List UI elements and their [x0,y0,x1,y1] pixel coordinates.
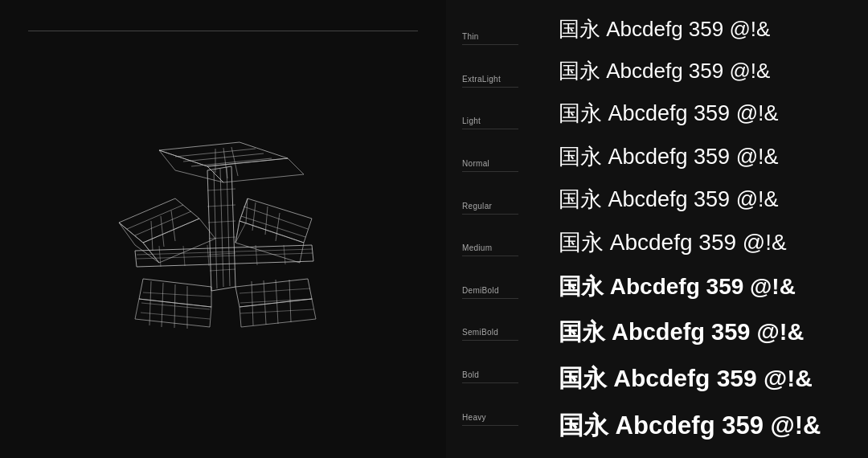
weight-name: Light [462,117,526,125]
weight-item-extralight: ExtraLight [462,75,526,88]
svg-marker-17 [240,198,312,243]
weight-name: Medium [462,243,526,252]
weight-divider [462,256,518,256]
sample-thin: 国永 Abcdefg 359 @!& [559,15,852,43]
weight-name: DemiBold [462,286,526,295]
svg-line-14 [151,221,153,251]
weight-divider [462,87,518,88]
weight-item-semibold: SemiBold [462,328,526,341]
weight-item-bold: Bold [462,370,526,383]
sample-light: 国永 Abcdefg 359 @!& [559,99,852,128]
svg-line-48 [276,280,278,324]
weight-divider [462,214,518,215]
sample-extralight: 国永 Abcdefg 359 @!& [559,57,852,85]
weight-divider [462,425,518,426]
weight-name: ExtraLight [462,75,526,84]
svg-line-16 [171,211,175,241]
svg-line-27 [220,169,223,287]
weight-item-thin: Thin [462,32,526,45]
svg-line-49 [289,280,291,322]
svg-marker-18 [235,221,304,263]
weight-divider [462,382,518,383]
svg-line-50 [240,288,310,293]
sample-bold: 国永 Abcdefg 359 @!& [559,362,852,395]
weight-item-heavy: Heavy [462,413,526,426]
svg-line-47 [264,280,266,325]
weight-name: Heavy [462,413,526,422]
weights-column: ThinExtraLightLightNormalRegularMediumDe… [446,0,542,458]
weight-item-light: Light [462,117,526,129]
sample-heavy: 国永 Abcdefg 359 @!& [559,409,852,443]
svg-line-34 [210,269,235,271]
svg-line-22 [276,213,280,241]
weight-divider [462,44,518,45]
weight-name: Thin [462,32,526,41]
sample-medium: 国永 Abcdefg 359 @!& [559,227,852,258]
svg-line-26 [214,170,217,288]
sample-normal: 国永 Abcdefg 359 @!& [559,142,852,171]
weight-item-normal: Normal [462,159,526,172]
svg-marker-19 [235,198,248,243]
svg-line-8 [231,147,238,176]
header-divider [28,31,418,31]
illustration-area [28,43,418,434]
svg-line-12 [127,205,183,229]
weight-divider [462,171,518,172]
svg-line-15 [161,216,164,247]
svg-marker-25 [207,166,235,291]
right-panel: ThinExtraLightLightNormalRegularMediumDe… [446,0,868,458]
sample-demibold: 国永 Abcdefg 359 @!& [559,272,852,302]
weight-name: Regular [462,202,526,211]
weight-name: Bold [462,370,526,379]
weight-name: SemiBold [462,328,526,337]
svg-marker-11 [119,223,159,263]
svg-line-51 [240,299,313,303]
svg-line-29 [207,189,235,190]
samples-column: 国永 Abcdefg 359 @!&国永 Abcdefg 359 @!&国永 A… [542,0,868,458]
svg-line-60 [284,245,285,264]
svg-line-56 [159,246,161,267]
svg-line-59 [256,245,257,265]
svg-line-33 [209,253,235,255]
svg-line-24 [241,216,305,237]
sample-semibold: 国永 Abcdefg 359 @!& [559,317,852,349]
svg-line-46 [252,281,253,325]
weight-divider [462,298,518,299]
weight-divider [462,129,518,129]
svg-line-52 [240,309,313,313]
left-panel [0,0,446,458]
svg-marker-0 [159,142,288,166]
svg-line-41 [143,292,211,296]
weight-item-medium: Medium [462,243,526,256]
weight-item-regular: Regular [462,202,526,215]
svg-line-13 [135,211,191,235]
weight-divider [462,340,518,341]
sample-regular: 国永 Abcdefg 359 @!& [559,185,852,214]
wireframe-illustration [95,126,352,351]
svg-line-42 [141,303,210,309]
svg-line-37 [149,281,151,325]
svg-marker-1 [207,158,304,182]
weight-item-demibold: DemiBold [462,286,526,299]
svg-line-43 [141,313,210,319]
weight-name: Normal [462,159,526,168]
svg-line-28 [227,167,230,286]
